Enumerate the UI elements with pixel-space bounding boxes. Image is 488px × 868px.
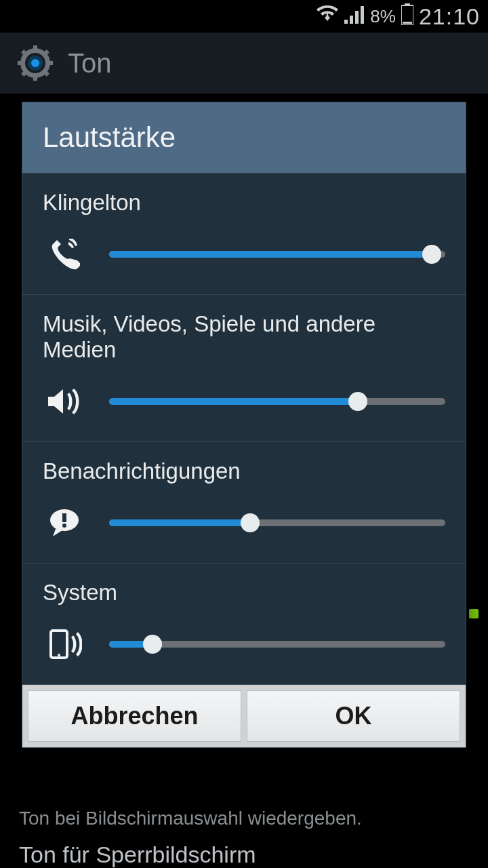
bg-toggle-peek	[469, 609, 479, 618]
dialog-button-bar: Abbrechen OK	[22, 685, 466, 747]
ok-button[interactable]: OK	[247, 690, 460, 742]
svg-rect-7	[33, 45, 37, 51]
dialog-title: Lautstärke	[22, 102, 466, 174]
volume-section-ringtone: Klingelton	[22, 174, 466, 295]
section-label: Klingelton	[43, 190, 445, 216]
svg-rect-9	[18, 61, 23, 65]
app-bar: Ton	[0, 33, 488, 94]
svg-rect-16	[62, 513, 66, 522]
svg-rect-10	[47, 61, 53, 65]
svg-rect-19	[54, 633, 64, 652]
status-bar: 8% 21:10	[0, 0, 488, 33]
svg-point-6	[31, 59, 39, 67]
volume-section-notifications: Benachrichtigungen	[22, 442, 466, 564]
bg-item-label: Ton für Sperrbildschirm	[19, 829, 469, 868]
battery-icon	[401, 3, 413, 30]
media-slider[interactable]	[109, 392, 445, 411]
bg-subtitle: Ton bei Bildschirmauswahl wiedergeben.	[19, 804, 469, 829]
phone-vibrate-icon	[43, 627, 86, 661]
volume-section-media: Musik, Videos, Spiele und andere Medien	[22, 295, 466, 442]
notification-slider[interactable]	[109, 513, 445, 532]
svg-rect-2	[403, 22, 412, 24]
phone-ring-icon	[43, 237, 86, 271]
svg-point-20	[58, 654, 60, 656]
svg-rect-8	[33, 75, 37, 81]
volume-dialog: Lautstärke Klingelton Musik, Videos, Spi…	[22, 102, 466, 748]
section-label: Musik, Videos, Spiele und andere Medien	[43, 311, 445, 363]
section-label: Benachrichtigungen	[43, 458, 445, 484]
svg-point-17	[62, 524, 66, 528]
volume-section-system: System	[22, 564, 466, 685]
system-slider[interactable]	[109, 635, 445, 654]
signal-icon	[344, 5, 365, 28]
svg-rect-1	[405, 3, 410, 5]
section-label: System	[43, 580, 445, 606]
settings-gear-icon	[18, 45, 53, 81]
cancel-button[interactable]: Abbrechen	[28, 690, 241, 742]
ringtone-slider[interactable]	[109, 245, 445, 264]
notification-icon	[43, 506, 86, 540]
page-title: Ton	[68, 48, 112, 79]
speaker-icon	[43, 384, 86, 418]
wifi-icon	[316, 5, 339, 28]
clock: 21:10	[419, 3, 480, 30]
battery-percent: 8%	[370, 6, 396, 27]
